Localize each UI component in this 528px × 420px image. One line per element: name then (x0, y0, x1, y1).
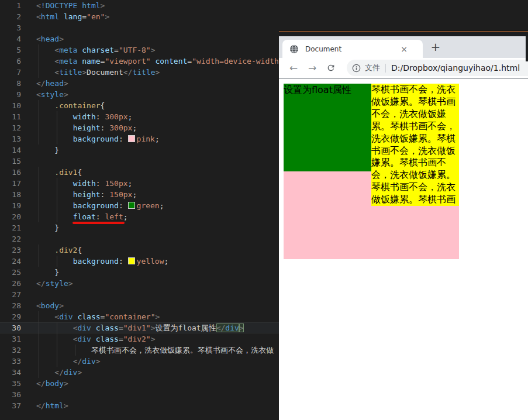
browser-tab[interactable]: Document × (282, 40, 423, 58)
line-number: 4 (0, 33, 21, 44)
indent-guide (39, 333, 39, 345)
address-bar[interactable]: 文件 D:/Dropbox/qianguyihao/1.html (347, 60, 528, 76)
indent-guide (57, 322, 57, 333)
indent-guide (39, 322, 39, 333)
bracket-match-highlight: </div (216, 323, 239, 332)
line-number: 30 (0, 322, 21, 333)
indent-guide (57, 178, 57, 189)
line-number: 17 (0, 178, 21, 189)
line-number: 12 (0, 122, 21, 133)
indent-guide (39, 345, 39, 356)
indent-guide (39, 211, 39, 222)
indent-guide (39, 256, 39, 267)
indent-guide (39, 189, 39, 200)
new-tab-button[interactable]: + (429, 40, 443, 54)
screen: 1<!DOCTYPE html>2<html lang="en">34<head… (0, 0, 528, 420)
line-number: 26 (0, 278, 21, 289)
line-number: 15 (0, 156, 21, 167)
demo-container-pink: 设置为float属性 琴棋书画不会，洗衣做饭嫌累。琴棋书画不会，洗衣做饭嫌累。琴… (284, 84, 459, 259)
indent-guide (39, 367, 39, 378)
line-number: 34 (0, 367, 21, 378)
indent-guide (57, 189, 57, 200)
demo-yellow-text-box: 琴棋书画不会，洗衣做饭嫌累。琴棋书画不会，洗衣做饭嫌累。琴棋书画不会，洗衣做饭嫌… (371, 84, 459, 206)
indent-guide (57, 122, 57, 133)
code-line[interactable]: 2<html lang="en"> (0, 11, 528, 22)
line-number: 28 (0, 300, 21, 311)
indent-guide (39, 111, 39, 122)
line-number: 24 (0, 256, 21, 267)
line-number: 2 (0, 11, 21, 22)
window-frame-top (279, 30, 528, 36)
reload-button[interactable] (323, 60, 339, 75)
line-number: 25 (0, 267, 21, 278)
indent-guide (39, 167, 39, 178)
indent-guide (39, 311, 39, 322)
demo-float-green-box: 设置为float属性 (284, 84, 371, 171)
indent-guide (57, 211, 57, 222)
line-number: 11 (0, 111, 21, 122)
line-number: 10 (0, 100, 21, 111)
line-number: 35 (0, 378, 21, 389)
line-number: 8 (0, 78, 21, 89)
line-number: 13 (0, 133, 21, 144)
line-number: 20 (0, 211, 21, 222)
line-number: 16 (0, 167, 21, 178)
line-number: 9 (0, 89, 21, 100)
indent-guide (39, 200, 39, 211)
rendered-page: 设置为float属性 琴棋书画不会，洗衣做饭嫌累。琴棋书画不会，洗衣做饭嫌累。琴… (279, 79, 528, 420)
line-number: 31 (0, 333, 21, 345)
line-number: 21 (0, 222, 21, 233)
indent-guide (57, 333, 57, 345)
reload-icon (326, 63, 336, 73)
forward-button[interactable]: → (305, 60, 320, 75)
line-number: 29 (0, 311, 21, 322)
file-scheme-label: 文件 (365, 63, 380, 73)
indent-guide (75, 345, 75, 356)
line-number: 23 (0, 245, 21, 256)
line-number: 6 (0, 56, 21, 67)
line-number: 14 (0, 144, 21, 156)
line-number: 19 (0, 200, 21, 211)
url-text: D:/Dropbox/qianguyihao/1.html (391, 63, 520, 73)
indent-guide (39, 44, 39, 56)
line-number: 5 (0, 44, 21, 56)
browser-toolbar: ← → 文件 D:/Dropbox/qianguyihao/1.html (279, 58, 528, 79)
line-number: 18 (0, 189, 21, 200)
indent-guide (39, 178, 39, 189)
color-swatch[interactable] (128, 135, 135, 142)
indent-guide (39, 67, 39, 78)
indent-guide (57, 356, 57, 367)
line-number: 27 (0, 289, 21, 300)
page-info-icon[interactable] (352, 64, 361, 73)
indent-guide (57, 256, 57, 267)
indent-guide (39, 356, 39, 367)
indent-guide (39, 100, 39, 111)
tab-close-icon[interactable]: × (401, 45, 408, 53)
tab-strip: Document × + (279, 36, 528, 58)
indent-guide (57, 111, 57, 122)
line-number: 36 (0, 389, 21, 400)
indent-guide (57, 133, 57, 144)
indent-guide (39, 56, 39, 67)
line-number: 1 (0, 0, 21, 11)
indent-guide (39, 245, 39, 256)
line-number: 22 (0, 233, 21, 245)
line-number: 7 (0, 67, 21, 78)
red-underline-annotation (73, 222, 125, 224)
color-swatch[interactable] (128, 257, 135, 264)
line-number: 3 (0, 22, 21, 33)
window-edge-sliver (526, 32, 528, 61)
indent-guide (57, 200, 57, 211)
omnibox-divider (385, 64, 386, 73)
indent-guide (39, 122, 39, 133)
browser-window: Document × + ← → 文件 D:/Dropbox (279, 30, 528, 420)
color-swatch[interactable] (128, 202, 135, 209)
back-button[interactable]: ← (286, 60, 301, 75)
line-number: 32 (0, 345, 21, 356)
code-line[interactable]: 1<!DOCTYPE html> (0, 0, 528, 11)
bracket-match-highlight: > (239, 323, 244, 332)
tab-title: Document (305, 45, 341, 53)
line-number: 33 (0, 356, 21, 367)
indent-guide (39, 133, 39, 144)
indent-guide (57, 345, 57, 356)
